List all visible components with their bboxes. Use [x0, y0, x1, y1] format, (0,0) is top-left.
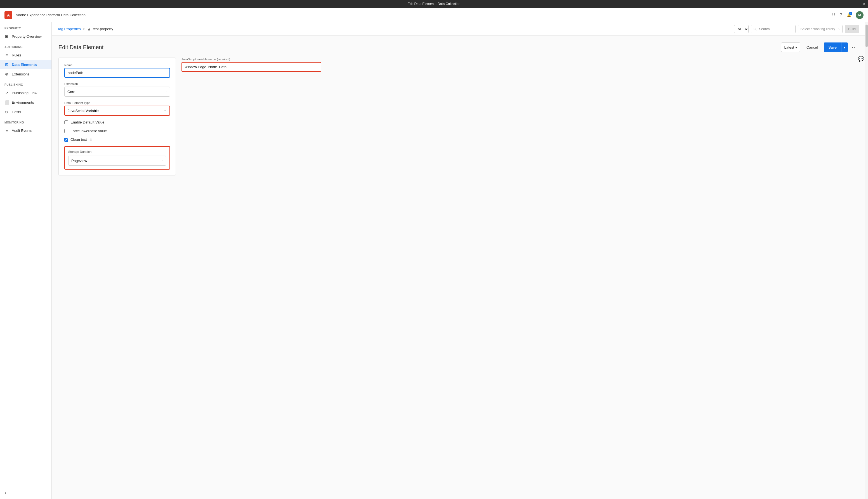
storage-duration-section: Storage Duration Pageview [64, 146, 170, 170]
js-var-label: JavaScript variable name (required) [181, 58, 852, 61]
sidebar-item-rules[interactable]: ≡ Rules [0, 50, 51, 60]
sidebar-item-data-elements[interactable]: ⊡ Data Elements [0, 60, 51, 69]
force-lowercase-checkbox[interactable] [64, 129, 68, 133]
sidebar-item-label: Rules [12, 53, 21, 57]
enable-default-value-group: Enable Default Value [64, 120, 170, 124]
form-left-panel: Name Extension Core Data Element Type [58, 58, 176, 175]
data-element-type-select[interactable]: JavaScript Variable [64, 106, 170, 116]
search-input[interactable] [751, 25, 796, 33]
sidebar-item-hosts[interactable]: ⊙ Hosts [0, 107, 51, 117]
save-dropdown-chevron-icon: ▾ [844, 45, 846, 49]
app-title: Adobe Experience Platform Data Collectio… [16, 13, 829, 17]
name-label: Name [64, 63, 170, 67]
breadcrumb-bar: Tag Properties > 🖥 test-property All Sel… [52, 22, 865, 36]
scrollbar-thumb [866, 25, 868, 47]
rules-icon: ≡ [4, 53, 9, 57]
layout: PROPERTY ⊞ Property Overview AUTHORING ≡… [0, 22, 868, 499]
help-icon[interactable]: ? [840, 13, 842, 17]
breadcrumb-separator: > [83, 27, 85, 31]
sidebar-item-label: Publishing Flow [12, 91, 37, 95]
extensions-icon: ⊕ [4, 72, 9, 76]
enable-default-value-label: Enable Default Value [70, 120, 104, 124]
sidebar: PROPERTY ⊞ Property Overview AUTHORING ≡… [0, 22, 52, 499]
top-nav: A Adobe Experience Platform Data Collect… [0, 8, 868, 22]
working-library-select[interactable]: Select a working library [798, 25, 843, 33]
sidebar-item-property-overview[interactable]: ⊞ Property Overview [0, 32, 51, 41]
enable-default-value-checkbox[interactable] [64, 120, 68, 124]
sidebar-item-label: Environments [12, 100, 34, 105]
clean-text-label: Clean text [70, 137, 87, 142]
sidebar-item-label: Extensions [12, 72, 29, 76]
build-button[interactable]: Build [845, 25, 859, 33]
edit-header-actions: Latest ▾ Cancel Save ▾ ⋯ [781, 42, 858, 52]
publishing-flow-icon: ↗ [4, 90, 9, 95]
right-scrollbar[interactable] [865, 22, 868, 499]
latest-dropdown[interactable]: Latest ▾ [781, 42, 800, 52]
sidebar-collapse-button[interactable]: ‹ [0, 486, 51, 499]
breadcrumb-current-label: test-property [93, 27, 113, 31]
force-lowercase-group: Force lowercase value [64, 129, 170, 133]
property-icon: 🖥 [87, 27, 91, 31]
save-dropdown-button[interactable]: ▾ [841, 42, 848, 52]
save-btn-group: Save ▾ [824, 42, 848, 52]
more-options-button[interactable]: ⋯ [851, 43, 858, 51]
save-button[interactable]: Save [824, 42, 841, 52]
property-overview-icon: ⊞ [4, 34, 9, 39]
sidebar-section-authoring: AUTHORING [0, 41, 51, 50]
title-bar: Edit Data Element - Data Collection × [0, 0, 868, 8]
breadcrumb-current: 🖥 test-property [87, 27, 113, 31]
chat-icon[interactable]: 💬 [858, 56, 864, 62]
sidebar-item-publishing-flow[interactable]: ↗ Publishing Flow [0, 88, 51, 98]
top-nav-actions: ⠿ ? 🔔 1 M [832, 11, 864, 19]
edit-title: Edit Data Element [58, 44, 104, 51]
data-element-type-group: Data Element Type JavaScript Variable [64, 101, 170, 116]
clean-text-group: Clean text ℹ [64, 137, 170, 142]
latest-chevron-icon: ▾ [795, 45, 797, 49]
sidebar-section-property: PROPERTY [0, 22, 51, 32]
environments-icon: ⬜ [4, 100, 9, 105]
form-container: Name Extension Core Data Element Type [58, 58, 858, 492]
notification-badge: 1 [849, 12, 852, 15]
edit-header: Edit Data Element Latest ▾ Cancel Save ▾… [58, 42, 858, 52]
extension-field-group: Extension Core [64, 82, 170, 97]
sidebar-item-label: Hosts [12, 110, 21, 114]
sidebar-item-extensions[interactable]: ⊕ Extensions [0, 69, 51, 79]
avatar[interactable]: M [856, 11, 864, 19]
js-var-input[interactable] [181, 62, 321, 72]
hosts-icon: ⊙ [4, 110, 9, 114]
sidebar-item-label: Property Overview [12, 34, 41, 39]
js-var-group: JavaScript variable name (required) [181, 58, 852, 72]
data-element-type-label: Data Element Type [64, 101, 170, 105]
sidebar-section-publishing: PUBLISHING [0, 79, 51, 88]
storage-duration-label: Storage Duration [68, 150, 166, 154]
name-field-group: Name [64, 63, 170, 78]
cancel-button[interactable]: Cancel [803, 42, 821, 52]
extension-select[interactable]: Core [64, 87, 170, 97]
adobe-logo: A [4, 11, 12, 19]
main-content: Tag Properties > 🖥 test-property All Sel… [52, 22, 865, 499]
window-title: Edit Data Element - Data Collection [408, 2, 461, 6]
audit-events-icon: ≡ [4, 128, 9, 133]
extension-label: Extension [64, 82, 170, 85]
data-elements-icon: ⊡ [4, 62, 9, 67]
sidebar-section-monitoring: MONITORING [0, 117, 51, 126]
grid-icon[interactable]: ⠿ [832, 12, 835, 17]
filter-select[interactable]: All [734, 25, 749, 33]
notification-icon[interactable]: 🔔 1 [847, 13, 851, 17]
name-input[interactable] [64, 68, 170, 78]
clean-text-info-icon[interactable]: ℹ [90, 138, 92, 142]
sidebar-item-audit-events[interactable]: ≡ Audit Events [0, 126, 51, 135]
edit-area: Edit Data Element Latest ▾ Cancel Save ▾… [52, 36, 865, 499]
latest-label: Latest [784, 45, 794, 49]
sidebar-item-environments[interactable]: ⬜ Environments [0, 98, 51, 107]
close-icon[interactable]: × [863, 2, 865, 6]
breadcrumb-actions: All Select a working library Build [734, 25, 859, 33]
sidebar-item-label: Data Elements [12, 63, 37, 67]
sidebar-item-label: Audit Events [12, 129, 32, 133]
breadcrumb-parent[interactable]: Tag Properties [57, 27, 81, 31]
force-lowercase-label: Force lowercase value [70, 129, 107, 133]
storage-duration-select[interactable]: Pageview [68, 156, 166, 166]
clean-text-checkbox[interactable] [64, 138, 68, 142]
form-right-panel: JavaScript variable name (required) [176, 58, 858, 492]
